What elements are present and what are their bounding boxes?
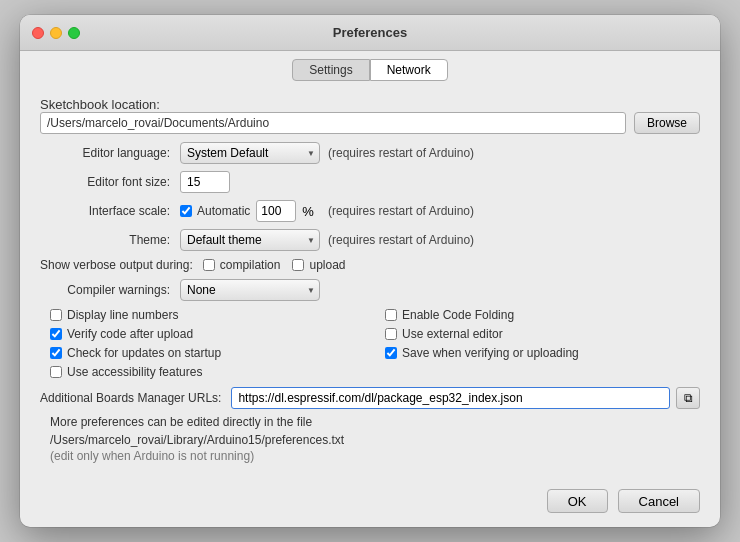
check-updates-label: Check for updates on startup <box>50 346 365 360</box>
titlebar: Preferences <box>20 15 720 51</box>
sketchbook-input-row: Browse <box>40 112 700 134</box>
boards-manager-input[interactable] <box>231 387 670 409</box>
check-updates-checkbox[interactable] <box>50 347 62 359</box>
footer: OK Cancel <box>20 479 720 527</box>
scale-controls: Automatic % (requires restart of Arduino… <box>180 200 474 222</box>
editor-font-size-input[interactable] <box>180 171 230 193</box>
checkboxes-grid: Display line numbers Enable Code Folding… <box>40 308 700 379</box>
compilation-checkbox-label: compilation <box>203 258 281 272</box>
zoom-button[interactable] <box>68 27 80 39</box>
verbose-output-row: Show verbose output during: compilation … <box>40 258 700 272</box>
preferences-window: Preferences Settings Network Sketchbook … <box>20 15 720 527</box>
info-section: More preferences can be edited directly … <box>40 413 700 463</box>
theme-hint: (requires restart of Arduino) <box>328 233 474 247</box>
compiler-warnings-select[interactable]: None <box>180 279 320 301</box>
save-verifying-checkbox[interactable] <box>385 347 397 359</box>
sketchbook-path-input[interactable] <box>40 112 626 134</box>
automatic-checkbox[interactable] <box>180 205 192 217</box>
checkboxes-section: Display line numbers Enable Code Folding… <box>40 308 700 379</box>
tab-network[interactable]: Network <box>370 59 448 81</box>
theme-select-wrapper: Default theme ▼ <box>180 229 320 251</box>
enable-code-folding-label: Enable Code Folding <box>385 308 700 322</box>
theme-row: Theme: Default theme ▼ (requires restart… <box>40 229 700 251</box>
editor-language-label: Editor language: <box>40 146 180 160</box>
settings-content: Sketchbook location: Browse Editor langu… <box>20 87 720 479</box>
editor-language-hint: (requires restart of Arduino) <box>328 146 474 160</box>
interface-scale-row: Interface scale: Automatic % (requires r… <box>40 200 700 222</box>
display-line-numbers-checkbox[interactable] <box>50 309 62 321</box>
info-line-3: (edit only when Arduino is not running) <box>50 449 700 463</box>
scale-percent-input[interactable] <box>256 200 296 222</box>
interface-scale-label: Interface scale: <box>40 204 180 218</box>
theme-label: Theme: <box>40 233 180 247</box>
percent-symbol: % <box>302 204 314 219</box>
copy-icon: ⧉ <box>684 391 693 405</box>
automatic-checkbox-label: Automatic <box>180 204 250 218</box>
editor-font-size-row: Editor font size: <box>40 171 700 193</box>
sketchbook-label: Sketchbook location: <box>40 97 160 112</box>
minimize-button[interactable] <box>50 27 62 39</box>
cancel-button[interactable]: Cancel <box>618 489 700 513</box>
compiler-warnings-label: Compiler warnings: <box>40 283 180 297</box>
compilation-checkbox[interactable] <box>203 259 215 271</box>
browse-button[interactable]: Browse <box>634 112 700 134</box>
upload-checkbox-label: upload <box>292 258 345 272</box>
info-line-1: More preferences can be edited directly … <box>50 413 700 431</box>
boards-manager-row: Additional Boards Manager URLs: ⧉ <box>40 387 700 409</box>
copy-button[interactable]: ⧉ <box>676 387 700 409</box>
verbose-options: compilation upload <box>203 258 346 272</box>
editor-language-select[interactable]: System Default <box>180 142 320 164</box>
enable-code-folding-checkbox[interactable] <box>385 309 397 321</box>
info-line-2: /Users/marcelo_rovai/Library/Arduino15/p… <box>50 431 700 449</box>
compiler-warnings-select-wrapper: None ▼ <box>180 279 320 301</box>
editor-language-select-wrapper: System Default ▼ <box>180 142 320 164</box>
compiler-warnings-row: Compiler warnings: None ▼ <box>40 279 700 301</box>
save-verifying-label: Save when verifying or uploading <box>385 346 700 360</box>
display-line-numbers-label: Display line numbers <box>50 308 365 322</box>
editor-font-size-label: Editor font size: <box>40 175 180 189</box>
tab-bar: Settings Network <box>20 51 720 87</box>
interface-scale-hint: (requires restart of Arduino) <box>328 204 474 218</box>
editor-language-row: Editor language: System Default ▼ (requi… <box>40 142 700 164</box>
ok-button[interactable]: OK <box>547 489 608 513</box>
verify-code-label: Verify code after upload <box>50 327 365 341</box>
window-title: Preferences <box>333 25 407 40</box>
close-button[interactable] <box>32 27 44 39</box>
accessibility-checkbox[interactable] <box>50 366 62 378</box>
use-external-editor-label: Use external editor <box>385 327 700 341</box>
verify-code-checkbox[interactable] <box>50 328 62 340</box>
theme-select[interactable]: Default theme <box>180 229 320 251</box>
accessibility-label: Use accessibility features <box>50 365 365 379</box>
sketchbook-row: Sketchbook location: Browse <box>40 97 700 134</box>
traffic-lights <box>32 27 80 39</box>
verbose-output-label: Show verbose output during: <box>40 258 203 272</box>
tab-settings[interactable]: Settings <box>292 59 369 81</box>
use-external-editor-checkbox[interactable] <box>385 328 397 340</box>
boards-manager-label: Additional Boards Manager URLs: <box>40 391 231 405</box>
upload-checkbox[interactable] <box>292 259 304 271</box>
